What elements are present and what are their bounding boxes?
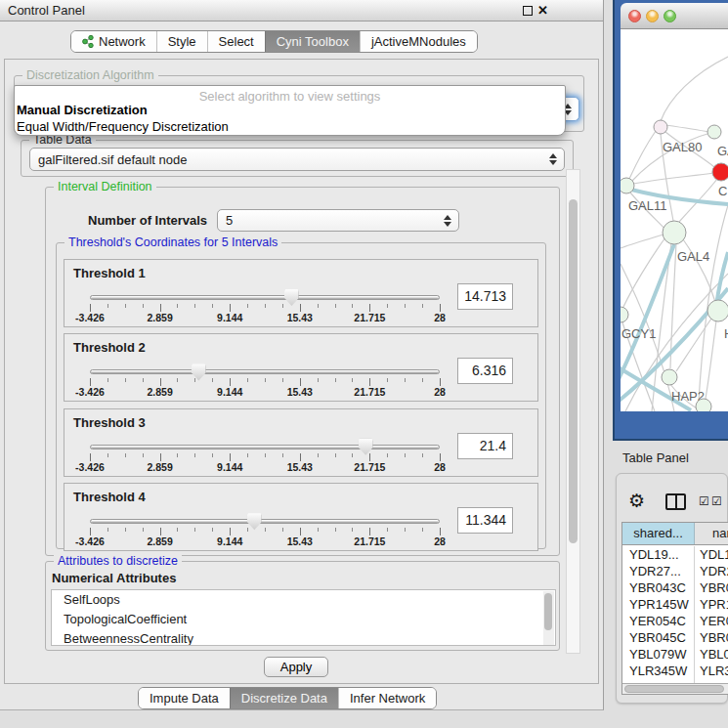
tick-label: 28 xyxy=(434,461,446,473)
settings-vertical-scrollbar[interactable] xyxy=(566,169,580,654)
number-of-intervals-combobox[interactable]: 5 xyxy=(217,209,459,232)
tick-label: 28 xyxy=(434,312,446,323)
cyni-toolbox-panel: Discretization Algorithm Select algorith… xyxy=(4,59,599,684)
tab-infer-network[interactable]: Infer Network xyxy=(338,688,436,708)
column-header-shared-name[interactable]: shared... xyxy=(622,523,695,544)
attributes-group-title: Attributes to discretize xyxy=(54,554,182,568)
tick-label: 2.859 xyxy=(147,386,172,398)
table-row[interactable]: YER054CYER0 xyxy=(622,613,728,629)
network-node-gal80[interactable] xyxy=(654,120,667,134)
tab-jactivemnodules[interactable]: jActiveMNodules xyxy=(360,31,477,52)
tick-label: 9.144 xyxy=(217,386,242,398)
table-row[interactable]: YDR27...YDR2 xyxy=(622,563,728,579)
cell-name: YBL0 xyxy=(695,646,728,663)
table-row[interactable]: YDL19...YDL1 xyxy=(622,546,728,563)
table-data-group: Table Data galFiltered.sif default node xyxy=(21,140,574,177)
popup-placeholder: Select algorithm to view settings xyxy=(15,89,565,104)
attribute-list-item[interactable]: TopologicalCoefficient xyxy=(52,610,555,629)
attribute-list-item[interactable]: BetweennessCentrality xyxy=(52,629,555,646)
network-node-gal11[interactable] xyxy=(621,178,634,193)
threshold-panel: Threshold 3-3.4262.8599.14415.4321.71528… xyxy=(64,408,538,477)
network-node-unlabeled[interactable] xyxy=(696,399,711,411)
network-edge xyxy=(706,321,716,399)
threshold-coordinates-group: Threshold's Coordinates for 5 Intervals … xyxy=(56,242,546,549)
table-row[interactable]: YBR045CYBR0 xyxy=(622,629,728,646)
numerical-attributes-list[interactable]: SelfLoopsTopologicalCoefficientBetweenne… xyxy=(51,589,556,646)
checkbox-all-icon[interactable]: ☑ xyxy=(699,494,709,508)
table-row[interactable]: YBL079WYBL0 xyxy=(622,646,728,663)
threshold-value-field[interactable]: 21.4 xyxy=(457,433,513,459)
network-node-label: GAL11 xyxy=(628,198,667,213)
table-row[interactable]: YLR345WYLR3 xyxy=(622,663,728,679)
network-node-ga[interactable] xyxy=(707,125,721,139)
tab-cyni-toolbox[interactable]: Cyni Toolbox xyxy=(265,31,360,52)
threshold-value-field[interactable]: 11.344 xyxy=(457,507,513,534)
table-panel-title: Table Panel xyxy=(622,450,689,465)
tab-discretize-data[interactable]: Discretize Data xyxy=(230,688,338,708)
threshold-slider[interactable] xyxy=(90,445,440,450)
window-title: Control Panel xyxy=(8,3,85,18)
network-edge xyxy=(633,173,713,184)
split-columns-icon[interactable] xyxy=(665,493,686,510)
cell-name: YER0 xyxy=(695,613,728,629)
threshold-slider[interactable] xyxy=(90,369,440,374)
scrollbar-thumb[interactable] xyxy=(569,199,578,543)
cell-shared-name: YLR345W xyxy=(622,663,695,679)
table-row[interactable]: YPR145WYPR1 xyxy=(622,596,728,613)
cell-name: YBR0 xyxy=(695,629,728,646)
tick-label: 9.144 xyxy=(217,312,242,323)
network-node-hap2[interactable] xyxy=(662,369,677,385)
network-node-c[interactable] xyxy=(712,163,728,181)
attributes-list-scrollbar[interactable] xyxy=(543,591,554,646)
settings-gear-icon[interactable]: ⚙ xyxy=(628,490,645,512)
tick-label: 21.715 xyxy=(354,535,385,547)
tick-label: -3.426 xyxy=(75,461,105,473)
cell-shared-name: YER054C xyxy=(622,613,695,629)
combo-stepper-icon xyxy=(549,153,557,165)
popup-option-equal-width-frequency[interactable]: Equal Width/Frequency Discretization xyxy=(17,119,229,134)
number-of-intervals-value: 5 xyxy=(226,213,233,228)
network-node-h[interactable] xyxy=(707,300,728,321)
tick-label: 21.715 xyxy=(354,312,385,323)
close-icon[interactable]: ✕ xyxy=(537,3,548,18)
threshold-slider[interactable] xyxy=(90,519,440,524)
table-row[interactable]: YBR043CYBR0 xyxy=(622,579,728,596)
attribute-list-item[interactable]: SelfLoops xyxy=(52,590,555,610)
network-node-gal4[interactable] xyxy=(663,221,686,244)
table-data-combobox[interactable]: galFiltered.sif default node xyxy=(29,148,565,171)
scrollbar-thumb[interactable] xyxy=(624,685,724,693)
threshold-label: Threshold 4 xyxy=(73,490,146,504)
interval-definition-title: Interval Definition xyxy=(54,180,156,193)
network-node-gcy1[interactable] xyxy=(621,307,628,322)
tab-select[interactable]: Select xyxy=(207,31,265,52)
slider-tick-labels: -3.4262.8599.14415.4321.71528 xyxy=(90,535,440,547)
tab-network[interactable]: Network xyxy=(71,31,156,52)
tab-style[interactable]: Style xyxy=(156,31,207,52)
threshold-slider[interactable] xyxy=(90,295,440,300)
float-window-icon[interactable] xyxy=(523,6,533,16)
slider-tick-labels: -3.4262.8599.14415.4321.71528 xyxy=(90,312,440,323)
threshold-panel: Threshold 2-3.4262.8599.14415.4321.71528… xyxy=(64,333,538,402)
network-node-label: GAL4 xyxy=(677,249,709,264)
scrollbar-thumb[interactable] xyxy=(544,593,552,630)
column-header-name[interactable]: name xyxy=(695,523,728,544)
cell-shared-name: YDL19... xyxy=(622,546,695,563)
tick-label: 15.43 xyxy=(287,535,313,547)
apply-button[interactable]: Apply xyxy=(264,657,328,677)
zoom-traffic-light[interactable] xyxy=(664,10,676,22)
threshold-value-field[interactable]: 6.316 xyxy=(457,358,513,384)
popup-option-manual-discretization[interactable]: Manual Discretization xyxy=(17,103,148,117)
tick-label: 21.715 xyxy=(354,386,385,398)
network-canvas[interactable]: GAL80GACGAL11GAL4GCY1HHAP2 xyxy=(621,29,728,411)
table-horizontal-scrollbar[interactable] xyxy=(622,683,728,694)
tick-label: 9.144 xyxy=(217,535,242,547)
threshold-coordinates-title: Threshold's Coordinates for 5 Intervals xyxy=(64,236,281,249)
minimize-traffic-light[interactable] xyxy=(646,10,659,22)
tab-label: jActiveMNodules xyxy=(371,34,466,49)
checkbox-all-2-icon[interactable]: ☑ xyxy=(711,494,722,508)
threshold-value-field[interactable]: 14.713 xyxy=(457,283,513,310)
tick-label: 9.144 xyxy=(217,461,242,473)
tab-impute-data[interactable]: Impute Data xyxy=(139,688,230,708)
close-traffic-light[interactable] xyxy=(628,10,641,22)
tick-label: 28 xyxy=(434,386,446,398)
